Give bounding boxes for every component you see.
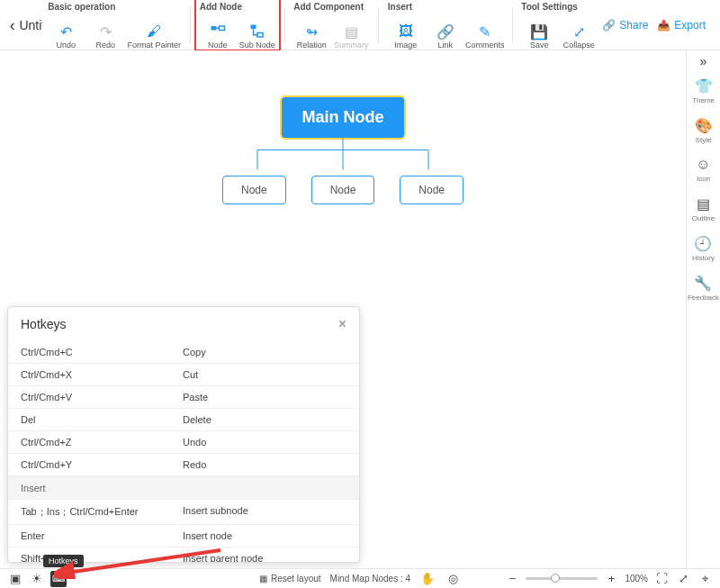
bottom-bar: ▣ ☀ ⌨ Hotkeys ▦ Reset layout Mind Map No… bbox=[0, 568, 720, 588]
hotkey-row: Tab；Ins；Ctrl/Cmd+EnterInsert subnode bbox=[8, 500, 359, 525]
close-icon: × bbox=[338, 316, 346, 331]
insert-comments-button[interactable]: ✎ Comments bbox=[467, 14, 503, 50]
group-label: Insert bbox=[388, 2, 503, 12]
export-button[interactable]: 📤 Export bbox=[657, 19, 706, 32]
summary-icon: ▤ bbox=[342, 23, 360, 41]
zoom-percent: 100% bbox=[625, 574, 648, 583]
icon-icon: ☺ bbox=[696, 157, 710, 173]
reset-layout-button[interactable]: ▦ Reset layout bbox=[259, 574, 321, 583]
group-label: Basic operation bbox=[48, 2, 181, 12]
add-subnode-button[interactable]: Sub Node bbox=[239, 14, 275, 50]
hotkeys-panel: Hotkeys × Ctrl/Cmd+CCopy Ctrl/Cmd+XCut C… bbox=[7, 306, 360, 563]
collapse-button[interactable]: ⤢ Collapse bbox=[561, 14, 597, 50]
sidebar-collapse-button[interactable]: » bbox=[700, 54, 707, 68]
keyboard-icon: ⌨ bbox=[52, 574, 65, 583]
format-painter-icon: 🖌 bbox=[145, 23, 163, 41]
plus-icon: + bbox=[608, 572, 616, 585]
hotkeys-tooltip: Hotkeys bbox=[43, 555, 84, 567]
undo-button[interactable]: ↶ Undo bbox=[48, 14, 84, 50]
export-icon: 📤 bbox=[657, 19, 670, 32]
sidebar-style[interactable]: 🎨Style bbox=[695, 117, 713, 144]
close-button[interactable]: × bbox=[338, 316, 346, 332]
relation-button[interactable]: ↬ Relation bbox=[293, 14, 329, 50]
fit-icon: ⛶ bbox=[656, 572, 668, 585]
hotkeys-button[interactable]: ⌨ Hotkeys bbox=[50, 571, 67, 587]
fullscreen-icon: ⤢ bbox=[679, 572, 688, 585]
zoom-out-button[interactable]: − bbox=[504, 571, 520, 587]
pan-button[interactable]: ✋ bbox=[419, 571, 436, 587]
hotkey-row: Ctrl/Cmd+YRedo bbox=[8, 454, 359, 476]
svg-rect-3 bbox=[257, 33, 263, 38]
zoom-slider[interactable] bbox=[526, 577, 598, 580]
back-button[interactable]: ‹ bbox=[5, 0, 19, 50]
hotkey-row: Ctrl/Cmd+VPaste bbox=[8, 386, 359, 409]
child-node[interactable]: Node bbox=[311, 176, 375, 204]
group-basic-operation: Basic operation ↶ Undo ↷ Redo 🖌 Format P… bbox=[42, 0, 186, 50]
share-button[interactable]: 🔗 Share bbox=[602, 19, 648, 32]
group-insert: Insert 🖼 Image 🔗 Link ✎ Comments bbox=[382, 0, 508, 50]
share-icon: 🔗 bbox=[602, 19, 616, 32]
divider bbox=[284, 7, 285, 43]
hotkey-row: Ctrl/Cmd+XCut bbox=[8, 364, 359, 386]
top-toolbar: ‹ Untitl… Basic operation ↶ Undo ↷ Redo … bbox=[0, 0, 720, 50]
group-label: Add Node bbox=[200, 2, 275, 12]
presentation-button[interactable]: ▣ bbox=[7, 571, 23, 587]
minus-icon: − bbox=[509, 572, 517, 585]
format-painter-button[interactable]: 🖌 Format Painter bbox=[127, 14, 181, 50]
group-label: Tool Settings bbox=[521, 2, 597, 12]
history-icon: 🕘 bbox=[694, 235, 712, 252]
divider bbox=[512, 7, 513, 43]
comments-icon: ✎ bbox=[476, 23, 494, 41]
divider bbox=[190, 7, 191, 43]
document-title[interactable]: Untitl… bbox=[19, 0, 42, 50]
save-button[interactable]: 💾 Save bbox=[521, 14, 557, 50]
style-icon: 🎨 bbox=[695, 117, 713, 134]
hotkeys-title: Hotkeys bbox=[21, 317, 67, 331]
divider bbox=[378, 7, 379, 43]
presentation-icon: ▣ bbox=[10, 572, 21, 585]
node-count: Mind Map Nodes : 4 bbox=[330, 574, 411, 583]
center-button[interactable]: ⌖ bbox=[697, 571, 713, 587]
sidebar-theme[interactable]: 👕Theme bbox=[692, 77, 715, 104]
hotkey-row: Ctrl/Cmd+CCopy bbox=[8, 341, 359, 364]
sun-icon: ☀ bbox=[32, 572, 42, 585]
zoom-in-button[interactable]: + bbox=[603, 571, 619, 587]
image-icon: 🖼 bbox=[397, 23, 415, 41]
group-tool-settings: Tool Settings 💾 Save ⤢ Collapse bbox=[516, 0, 602, 50]
child-node[interactable]: Node bbox=[222, 176, 286, 204]
redo-icon: ↷ bbox=[96, 23, 114, 41]
sidebar-feedback[interactable]: 🔧Feedback bbox=[688, 275, 719, 302]
sidebar-outline[interactable]: ▤Outline bbox=[692, 195, 715, 222]
hotkey-section: Insert bbox=[8, 476, 359, 500]
center-icon: ⌖ bbox=[702, 572, 708, 586]
hotkey-row: Ctrl/Cmd+ZUndo bbox=[8, 431, 359, 454]
child-node[interactable]: Node bbox=[400, 176, 464, 204]
target-icon: ◎ bbox=[448, 572, 458, 585]
feedback-icon: 🔧 bbox=[694, 275, 712, 292]
hotkey-row: DelDelete bbox=[8, 409, 359, 431]
mindmap: Main Node Node Node Node bbox=[208, 95, 478, 204]
main-node[interactable]: Main Node bbox=[280, 95, 405, 140]
subnode-icon bbox=[248, 23, 266, 41]
group-add-node: Add Node Node Sub Node bbox=[194, 0, 281, 50]
add-node-button[interactable]: Node bbox=[200, 14, 236, 50]
svg-rect-0 bbox=[211, 26, 216, 31]
node-icon bbox=[209, 23, 227, 41]
fullscreen-button[interactable]: ⤢ bbox=[675, 571, 691, 587]
insert-image-button[interactable]: 🖼 Image bbox=[388, 14, 424, 50]
svg-rect-2 bbox=[250, 25, 256, 30]
fit-button[interactable]: ⛶ bbox=[653, 571, 670, 587]
redo-button[interactable]: ↷ Redo bbox=[87, 14, 123, 50]
hotkeys-list[interactable]: Ctrl/Cmd+CCopy Ctrl/Cmd+XCut Ctrl/Cmd+VP… bbox=[8, 341, 359, 562]
target-button[interactable]: ◎ bbox=[445, 571, 461, 587]
summary-button[interactable]: ▤ Summary bbox=[333, 14, 369, 50]
zoom-thumb[interactable] bbox=[551, 574, 560, 583]
hand-icon: ✋ bbox=[420, 572, 435, 585]
insert-link-button[interactable]: 🔗 Link bbox=[428, 14, 464, 50]
sidebar-icon[interactable]: ☺Icon bbox=[696, 157, 710, 183]
brightness-button[interactable]: ☀ bbox=[29, 571, 45, 587]
link-icon: 🔗 bbox=[436, 23, 454, 41]
sidebar-history[interactable]: 🕘History bbox=[692, 235, 715, 262]
relation-icon: ↬ bbox=[302, 23, 320, 41]
layout-icon: ▦ bbox=[259, 574, 267, 583]
